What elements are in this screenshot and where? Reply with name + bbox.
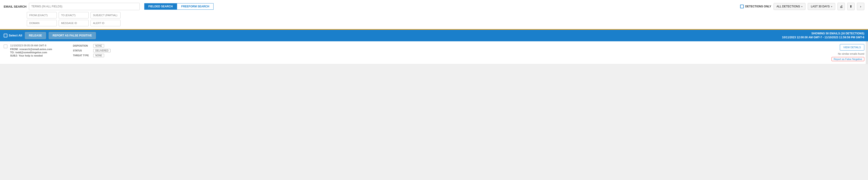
print-icon: 🖨 bbox=[840, 5, 843, 8]
chevron-down-icon: ▾ bbox=[831, 5, 832, 8]
email-meta: 11/10/2023 09:05:09 AM GMT-8 FROM:resear… bbox=[10, 44, 70, 57]
email-list: 11/10/2023 09:05:09 AM GMT-8 FROM:resear… bbox=[0, 41, 868, 64]
email-subject-text: Your help is needed bbox=[19, 54, 43, 57]
date-range: 10/11/2023 12:00:00 AM GMT-7 - 11/10/202… bbox=[782, 35, 864, 39]
to-input[interactable] bbox=[59, 12, 89, 19]
threat-type-value: NONE bbox=[93, 54, 104, 57]
email-from-address: research@email.axios.com bbox=[20, 48, 52, 51]
status-row: STATUS DELIVERED bbox=[73, 49, 124, 52]
email-from: FROM:research@email.axios.com bbox=[10, 48, 70, 51]
release-button[interactable]: RELEASE bbox=[25, 32, 46, 39]
threat-type-label: THREAT TYPE bbox=[73, 54, 91, 57]
tab-fielded-search[interactable]: FIELDED SEARCH bbox=[144, 3, 177, 10]
print-icon-button[interactable]: 🖨 bbox=[838, 3, 845, 10]
chevron-down-icon: ▾ bbox=[801, 5, 802, 8]
view-details-button[interactable]: VIEW DETAILS bbox=[840, 44, 864, 51]
email-subject: SUBJ:Your help is needed bbox=[10, 54, 70, 57]
table-row: 11/10/2023 09:05:09 AM GMT-8 FROM:resear… bbox=[0, 41, 868, 64]
export-icon: ⬆ bbox=[849, 5, 852, 8]
scrollbar[interactable] bbox=[866, 41, 868, 64]
email-to: TO:todd@somethingelse.com bbox=[10, 51, 70, 54]
email-fields: DISPOSITION NONE STATUS DELIVERED THREAT… bbox=[73, 44, 124, 57]
search-tab-group: FIELDED SEARCH FREEFORM SEARCH bbox=[144, 3, 214, 10]
report-false-positive-button[interactable]: REPORT AS FALSE POSITIVE bbox=[49, 32, 96, 39]
select-all-container: Select All bbox=[4, 34, 22, 37]
subject-input[interactable] bbox=[91, 12, 121, 19]
tab-freeform-search[interactable]: FREEFORM SEARCH bbox=[177, 3, 214, 10]
domain-input[interactable] bbox=[27, 20, 57, 26]
last-30-days-label: LAST 30 DAYS bbox=[811, 5, 830, 8]
email-date: 11/10/2023 09:05:09 AM GMT-8 bbox=[10, 44, 70, 47]
showing-count: SHOWING 50 EMAILS (16 DETECTIONS) bbox=[782, 32, 864, 35]
from-input[interactable] bbox=[27, 12, 57, 19]
all-detections-label: ALL DETECTIONS bbox=[777, 5, 800, 8]
detections-only-toggle[interactable]: DETECTIONS ONLY bbox=[740, 5, 771, 8]
email-to-address: todd@somethingelse.com bbox=[16, 51, 47, 54]
status-label: STATUS bbox=[73, 50, 91, 52]
expand-icon-button[interactable]: › bbox=[857, 3, 864, 10]
select-all-label: Select All bbox=[9, 34, 22, 37]
report-false-negative-link[interactable]: Report as False Negative bbox=[832, 57, 864, 61]
email-search-label: EMAIL SEARCH bbox=[4, 5, 27, 8]
last-30-days-dropdown[interactable]: LAST 30 DAYS ▾ bbox=[808, 3, 835, 10]
detections-only-checkbox[interactable] bbox=[740, 5, 744, 8]
status-badge: DELIVERED bbox=[93, 49, 111, 52]
alert-id-input[interactable] bbox=[91, 20, 121, 26]
right-controls: DETECTIONS ONLY ALL DETECTIONS ▾ LAST 30… bbox=[740, 3, 864, 10]
no-similar-text: No similar emails found bbox=[838, 52, 864, 55]
showing-info: SHOWING 50 EMAILS (16 DETECTIONS) 10/11/… bbox=[782, 32, 864, 39]
terms-input[interactable] bbox=[29, 3, 140, 10]
export-icon-button[interactable]: ⬆ bbox=[847, 3, 855, 10]
expand-icon: › bbox=[860, 5, 861, 8]
disposition-row: DISPOSITION NONE bbox=[73, 44, 124, 48]
disposition-label: DISPOSITION bbox=[73, 44, 91, 47]
all-detections-dropdown[interactable]: ALL DETECTIONS ▾ bbox=[774, 3, 806, 10]
email-actions: VIEW DETAILS No similar emails found Rep… bbox=[832, 44, 864, 61]
email-checkbox[interactable] bbox=[4, 44, 7, 48]
threat-type-row: THREAT TYPE NONE bbox=[73, 54, 124, 57]
message-id-input[interactable] bbox=[59, 20, 89, 26]
select-all-checkbox[interactable] bbox=[4, 34, 7, 37]
action-bar: Select All RELEASE REPORT AS FALSE POSIT… bbox=[0, 30, 868, 41]
disposition-value: NONE bbox=[93, 44, 104, 48]
detections-only-label: DETECTIONS ONLY bbox=[745, 5, 771, 8]
